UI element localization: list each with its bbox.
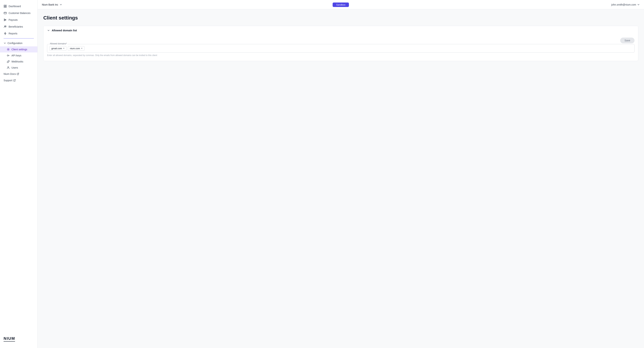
section-header[interactable]: Allowed domain list <box>44 26 638 35</box>
svg-point-9 <box>7 55 8 56</box>
topbar: Nium Bank Inc Sandbox john.smith@nium.co… <box>38 0 644 9</box>
svg-rect-0 <box>4 5 5 6</box>
company-name: Nium Bank Inc <box>42 3 58 6</box>
chevron-down-icon <box>47 29 50 32</box>
user-menu[interactable]: john.smith@nium.com <box>611 3 640 6</box>
grid-icon <box>4 5 7 8</box>
sidebar-nav: Dashboard Customer Balances Payouts <box>0 3 38 332</box>
main-content: Client settings Allowed domain list Save… <box>38 9 644 348</box>
save-button-row: Save <box>44 35 638 44</box>
svg-rect-3 <box>5 6 6 8</box>
sidebar-item-label: Customer Balances <box>8 12 30 14</box>
credit-card-icon <box>4 12 7 15</box>
sandbox-badge: Sandbox <box>332 2 349 7</box>
chevron-down-icon <box>60 4 62 6</box>
allowed-domain-section: Allowed domain list Save Allowed domains… <box>43 26 638 61</box>
company-selector[interactable]: Nium Bank Inc <box>42 3 62 6</box>
section-body: Allowed domains* gmail.com × nium.com × … <box>44 44 638 61</box>
sidebar-item-label: Payouts <box>8 18 18 21</box>
domain-field-label: Allowed domains* <box>49 42 68 45</box>
support-label: Support <box>4 79 12 82</box>
sidebar-item-webhooks[interactable]: Webhooks <box>0 58 38 64</box>
zap-icon <box>4 32 7 35</box>
configuration-label: Configuration <box>8 42 22 44</box>
sidebar-item-beneficiaries[interactable]: Beneficiaries <box>0 23 38 30</box>
nium-logo: NIUM <box>0 332 38 345</box>
svg-point-10 <box>8 66 9 68</box>
sidebar-item-reports[interactable]: Reports <box>0 30 38 37</box>
sidebar-item-payouts[interactable]: Payouts <box>0 16 38 23</box>
sidebar-item-api-keys[interactable]: API keys <box>0 52 38 58</box>
sidebar-item-nium-docs[interactable]: Nium Docs <box>0 71 38 77</box>
chevron-down-icon <box>4 42 6 44</box>
section-title: Allowed domain list <box>52 29 77 32</box>
svg-point-6 <box>4 26 5 27</box>
domain-tag-value: nium.com <box>70 47 80 50</box>
domain-hint: Enter all allowed domains, separated by … <box>47 54 634 56</box>
domain-tag-value: gmail.com <box>51 47 62 50</box>
svg-rect-2 <box>4 6 5 8</box>
sidebar-item-label: Client settings <box>12 48 27 51</box>
svg-rect-1 <box>5 5 6 6</box>
sidebar-item-users[interactable]: Users <box>0 64 38 71</box>
sidebar-item-label: Webhooks <box>12 60 23 63</box>
sidebar-item-label: Beneficiaries <box>8 25 23 28</box>
sidebar-item-client-settings[interactable]: Client settings <box>0 46 38 52</box>
settings-icon <box>7 48 10 51</box>
svg-point-8 <box>8 49 9 50</box>
sidebar-item-support[interactable]: Support <box>0 77 38 84</box>
save-button[interactable]: Save <box>620 38 634 43</box>
domain-tag-remove-gmail[interactable]: × <box>63 47 64 50</box>
send-icon <box>4 18 7 22</box>
domain-tag-remove-nium[interactable]: × <box>81 47 82 50</box>
sidebar: Dashboard Customer Balances Payouts <box>0 0 38 348</box>
domain-tag-nium: nium.com × <box>68 46 84 51</box>
svg-point-7 <box>6 26 6 26</box>
svg-rect-4 <box>4 12 6 14</box>
sidebar-item-label: Reports <box>8 32 17 35</box>
sidebar-item-label: Users <box>12 66 18 69</box>
external-link-icon <box>17 73 19 75</box>
sidebar-item-customer-balances[interactable]: Customer Balances <box>0 10 38 16</box>
sidebar-divider <box>4 38 34 38</box>
domain-tag-gmail: gmail.com × <box>50 46 66 51</box>
domain-input[interactable] <box>86 47 632 50</box>
users-icon <box>4 25 7 28</box>
link-icon <box>7 60 10 63</box>
sidebar-item-label: API keys <box>12 54 21 57</box>
sandbox-badge-container: Sandbox <box>332 3 349 6</box>
sidebar-item-label: Dashboard <box>8 5 21 8</box>
key-icon <box>7 54 10 57</box>
user-icon <box>7 66 10 69</box>
sidebar-item-dashboard[interactable]: Dashboard <box>0 3 38 10</box>
sidebar-configuration[interactable]: Configuration <box>0 40 38 46</box>
external-link-icon <box>14 79 16 82</box>
main-wrapper: Nium Bank Inc Sandbox john.smith@nium.co… <box>38 0 644 348</box>
user-email: john.smith@nium.com <box>611 3 636 6</box>
chevron-down-icon <box>637 4 640 6</box>
nium-docs-label: Nium Docs <box>4 72 16 75</box>
page-title: Client settings <box>43 15 638 21</box>
domain-field-wrapper[interactable]: Allowed domains* gmail.com × nium.com × <box>47 44 634 53</box>
